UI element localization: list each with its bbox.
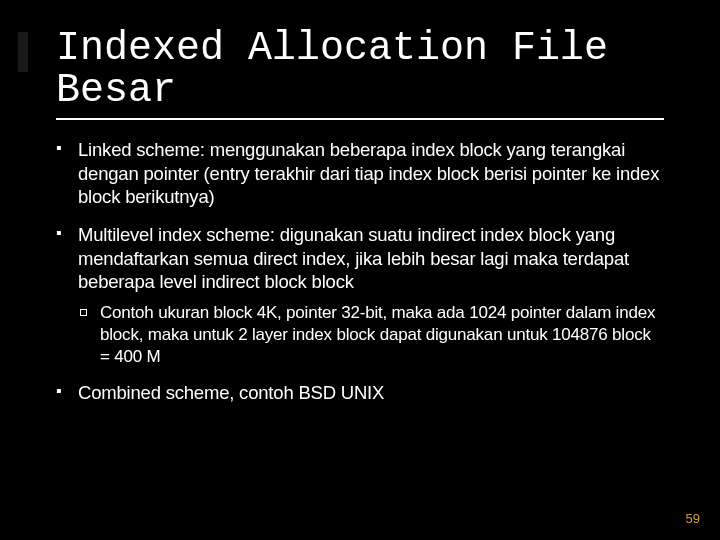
- sub-bullet-item: Contoh ukuran block 4K, pointer 32-bit, …: [78, 302, 664, 367]
- slide-title: Indexed Allocation File Besar: [56, 28, 664, 120]
- page-number: 59: [686, 511, 700, 526]
- bullet-item: Combined scheme, contoh BSD UNIX: [56, 381, 664, 405]
- bullet-item: Multilevel index scheme: digunakan suatu…: [56, 223, 664, 367]
- bullet-list: Linked scheme: menggunakan beberapa inde…: [56, 138, 664, 405]
- title-line-2: Besar: [56, 68, 176, 113]
- slide: Indexed Allocation File Besar Linked sch…: [0, 0, 720, 540]
- bullet-text: Linked scheme: menggunakan beberapa inde…: [78, 139, 659, 207]
- title-line-1: Indexed Allocation File: [56, 26, 608, 71]
- bullet-item: Linked scheme: menggunakan beberapa inde…: [56, 138, 664, 209]
- bullet-text: Multilevel index scheme: digunakan suatu…: [78, 224, 629, 292]
- sub-bullet-list: Contoh ukuran block 4K, pointer 32-bit, …: [78, 302, 664, 367]
- left-accent-bar: [18, 32, 28, 72]
- sub-bullet-text: Contoh ukuran block 4K, pointer 32-bit, …: [100, 303, 655, 366]
- bullet-text: Combined scheme, contoh BSD UNIX: [78, 382, 384, 403]
